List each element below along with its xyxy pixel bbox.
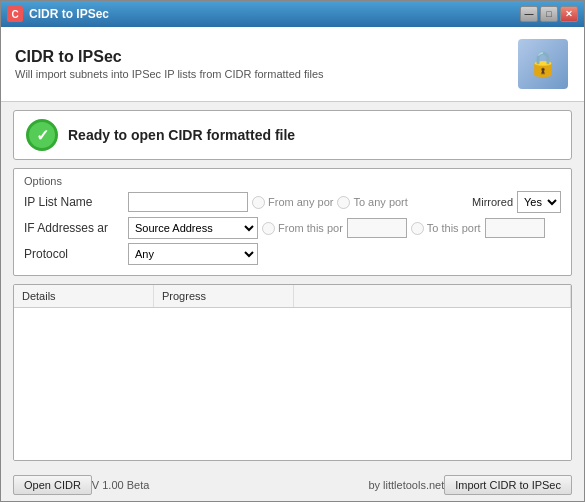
- close-button[interactable]: ✕: [560, 6, 578, 22]
- to-this-port-label: To this port: [427, 222, 481, 234]
- ip-list-name-input[interactable]: [128, 192, 248, 212]
- options-section: Options IP List Name From any por To any…: [13, 168, 572, 276]
- app-icon: C: [7, 6, 23, 22]
- col-progress: Progress: [154, 285, 294, 307]
- mirrored-label: Mirrored: [472, 196, 513, 208]
- app-header: CIDR to IPSec Will import subnets into I…: [1, 27, 584, 102]
- from-this-port-option[interactable]: From this por: [262, 222, 343, 235]
- status-icon: ✓: [26, 119, 58, 151]
- app-subtitle: Will import subnets into IPSec IP lists …: [15, 68, 324, 80]
- to-any-port-option[interactable]: To any port: [337, 196, 407, 209]
- logo-box: [518, 39, 568, 89]
- maximize-button[interactable]: □: [540, 6, 558, 22]
- status-text: Ready to open CIDR formatted file: [68, 127, 295, 143]
- mirrored-group: Mirrored Yes No: [472, 191, 561, 213]
- open-cidr-button[interactable]: Open CIDR: [13, 475, 92, 495]
- content-area: ✓ Ready to open CIDR formatted file Opti…: [1, 102, 584, 469]
- from-this-port-radio[interactable]: [262, 222, 275, 235]
- to-any-port-radio[interactable]: [337, 196, 350, 209]
- from-any-port-radio[interactable]: [252, 196, 265, 209]
- this-port-radio-group: From this por To this port: [262, 218, 561, 238]
- to-this-port-option[interactable]: To this port: [411, 222, 481, 235]
- import-cidr-button[interactable]: Import CIDR to IPSec: [444, 475, 572, 495]
- protocol-label: Protocol: [24, 247, 124, 261]
- status-bar: ✓ Ready to open CIDR formatted file: [13, 110, 572, 160]
- to-this-port-radio[interactable]: [411, 222, 424, 235]
- from-any-port-label: From any por: [268, 196, 333, 208]
- protocol-row: Protocol Any TCP UDP ICMP: [24, 243, 561, 265]
- to-port-input[interactable]: [485, 218, 545, 238]
- credit-text: by littletools.net: [368, 479, 444, 491]
- port-radio-group: From any por To any port: [252, 196, 468, 209]
- main-window: C CIDR to IPSec — □ ✕ CIDR to IPSec Will…: [0, 0, 585, 502]
- table-body: [14, 308, 571, 460]
- title-bar-left: C CIDR to IPSec: [7, 6, 109, 22]
- col-details: Details: [14, 285, 154, 307]
- app-title: CIDR to IPSec: [15, 48, 324, 66]
- version-text: V 1.00 Beta: [92, 479, 150, 491]
- to-any-port-label: To any port: [353, 196, 407, 208]
- ip-addresses-label: IF Addresses ar: [24, 221, 124, 235]
- ip-addresses-row: IF Addresses ar Source Address Destinati…: [24, 217, 561, 239]
- mirrored-select[interactable]: Yes No: [517, 191, 561, 213]
- protocol-select[interactable]: Any TCP UDP ICMP: [128, 243, 258, 265]
- options-label: Options: [24, 175, 561, 187]
- app-logo: [516, 37, 570, 91]
- source-select[interactable]: Source Address Destination Address: [128, 217, 258, 239]
- check-icon: ✓: [36, 126, 49, 145]
- from-port-input[interactable]: [347, 218, 407, 238]
- footer: Open CIDR V 1.00 Beta by littletools.net…: [1, 469, 584, 501]
- title-bar: C CIDR to IPSec — □ ✕: [1, 1, 584, 27]
- table-header: Details Progress: [14, 285, 571, 308]
- col-extra: [294, 285, 571, 307]
- from-any-port-option[interactable]: From any por: [252, 196, 333, 209]
- app-header-text: CIDR to IPSec Will import subnets into I…: [15, 48, 324, 80]
- minimize-button[interactable]: —: [520, 6, 538, 22]
- window-title: CIDR to IPSec: [29, 7, 109, 21]
- results-table: Details Progress: [13, 284, 572, 461]
- ip-list-row: IP List Name From any por To any port Mi…: [24, 191, 561, 213]
- title-bar-controls: — □ ✕: [520, 6, 578, 22]
- ip-list-label: IP List Name: [24, 195, 124, 209]
- from-this-port-label: From this por: [278, 222, 343, 234]
